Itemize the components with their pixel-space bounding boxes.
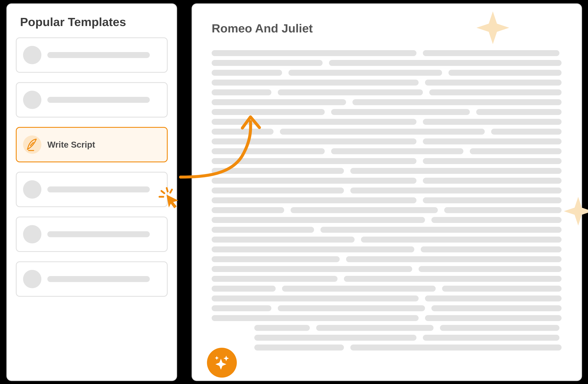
document-body-placeholder (212, 50, 562, 350)
templates-panel: Popular Templates Write Script (6, 3, 177, 381)
template-label-placeholder (47, 97, 150, 103)
template-icon-placeholder (23, 46, 42, 64)
template-item-1[interactable] (16, 82, 168, 118)
template-icon-placeholder (23, 91, 42, 109)
template-item-0[interactable] (16, 37, 168, 73)
template-icon-placeholder (23, 180, 42, 199)
template-item-5[interactable] (16, 261, 168, 297)
template-item-4[interactable] (16, 216, 168, 252)
template-label-placeholder (47, 276, 150, 282)
document-preview: Romeo And Juliet (191, 3, 582, 381)
template-icon-placeholder (23, 225, 42, 243)
template-label: Write Script (47, 140, 95, 149)
quill-icon (23, 135, 42, 154)
document-title: Romeo And Juliet (212, 21, 562, 35)
ai-magic-button[interactable] (207, 348, 237, 378)
template-label-placeholder (47, 187, 150, 192)
template-icon-placeholder (23, 270, 42, 288)
template-item-3[interactable] (16, 172, 168, 207)
template-label-placeholder (47, 52, 150, 58)
template-label-placeholder (47, 231, 150, 237)
sparkles-icon (212, 353, 232, 372)
templates-title: Popular Templates (20, 15, 168, 29)
template-item-write-script[interactable]: Write Script (16, 127, 168, 162)
